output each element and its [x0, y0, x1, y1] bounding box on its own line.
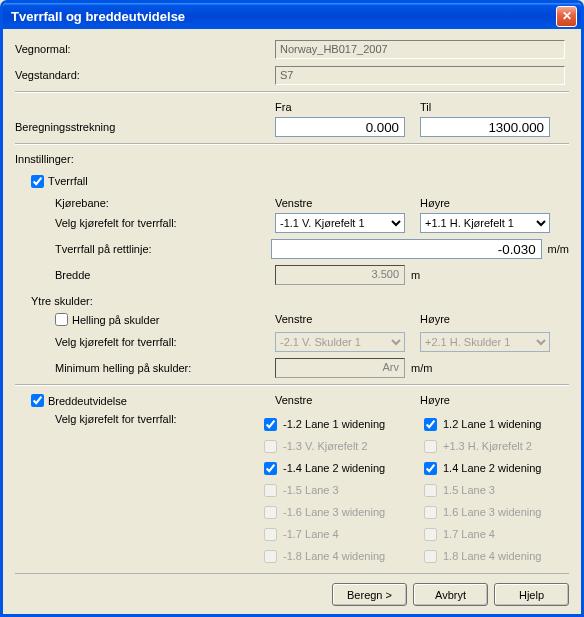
vegstandard-label: Vegstandard:	[15, 69, 275, 81]
window-title: Tverrfall og breddeutvidelse	[11, 9, 185, 24]
unit-m: m	[411, 269, 420, 281]
widening-left-checkbox-6	[264, 550, 277, 563]
widening-right-label-5: 1.7 Lane 4	[443, 528, 495, 540]
beregn-button[interactable]: Beregn >	[332, 583, 407, 606]
widening-right-label-0: 1.2 Lane 1 widening	[443, 418, 541, 430]
til-input[interactable]	[420, 117, 550, 137]
venstre-header-3: Venstre	[275, 394, 420, 409]
widening-left-label-3: -1.5 Lane 3	[283, 484, 339, 496]
innstillinger-label: Innstillinger:	[15, 153, 569, 165]
widening-left-label-1: -1.3 V. Kjørefelt 2	[283, 440, 368, 452]
widening-left-checkbox-0[interactable]	[264, 418, 277, 431]
bredde-label: Bredde	[15, 269, 275, 281]
widening-left-checkbox-1	[264, 440, 277, 453]
widening-right-label-1: +1.3 H. Kjørefelt 2	[443, 440, 532, 452]
fra-input[interactable]	[275, 117, 405, 137]
vegnormal-value: Norway_HB017_2007	[275, 40, 565, 59]
hoyre-header-2: Høyre	[420, 313, 565, 328]
tverrfall-rettlinje-label: Tverrfall på rettlinje:	[15, 243, 271, 255]
ytre-skulder-label: Ytre skulder:	[15, 295, 569, 307]
content-area: Vegnormal: Norway_HB017_2007 Vegstandard…	[3, 29, 581, 575]
bredde-value: 3.500	[275, 265, 405, 285]
vegstandard-value: S7	[275, 66, 565, 85]
widening-left-checkbox-2[interactable]	[264, 462, 277, 475]
velg-kjorefelt-label-1: Velg kjørefelt for tverrfall:	[15, 217, 275, 229]
vegnormal-label: Vegnormal:	[15, 43, 275, 55]
widening-right-checkbox-0[interactable]	[424, 418, 437, 431]
widening-right-checkbox-5	[424, 528, 437, 541]
titlebar: Tverrfall og breddeutvidelse ✕	[3, 3, 581, 29]
widening-right-checkbox-4	[424, 506, 437, 519]
divider	[15, 143, 569, 145]
widening-right-column: 1.2 Lane 1 widening+1.3 H. Kjørefelt 21.…	[424, 413, 569, 567]
dialog-window: Tverrfall og breddeutvidelse ✕ Vegnormal…	[0, 0, 584, 617]
helling-skulder-label: Helling på skulder	[72, 314, 159, 326]
venstre-header-2: Venstre	[275, 313, 420, 328]
widening-left-label-0: -1.2 Lane 1 widening	[283, 418, 385, 430]
hoyre-header-1: Høyre	[420, 197, 565, 209]
min-helling-value: Arv	[275, 358, 405, 378]
beregning-label: Beregningsstrekning	[15, 121, 275, 133]
widening-left-checkbox-5	[264, 528, 277, 541]
widening-right-label-3: 1.5 Lane 3	[443, 484, 495, 496]
lane-left-select[interactable]: -1.1 V. Kjørefelt 1	[275, 213, 405, 233]
widening-right-checkbox-1	[424, 440, 437, 453]
helling-skulder-checkbox[interactable]	[55, 313, 68, 326]
close-button[interactable]: ✕	[556, 6, 577, 27]
avbryt-button[interactable]: Avbryt	[413, 583, 488, 606]
skulder-left-select: -2.1 V. Skulder 1	[275, 332, 405, 352]
unit-mm-2: m/m	[411, 362, 432, 374]
breddeutvidelse-checkbox[interactable]	[31, 394, 44, 407]
hjelp-button[interactable]: Hjelp	[494, 583, 569, 606]
divider	[15, 384, 569, 386]
widening-right-checkbox-3	[424, 484, 437, 497]
widening-right-label-2: 1.4 Lane 2 widening	[443, 462, 541, 474]
breddeutvidelse-label: Breddeutvidelse	[48, 395, 127, 407]
tverrfall-checkbox[interactable]	[31, 175, 44, 188]
til-header: Til	[420, 101, 565, 113]
lane-right-select[interactable]: +1.1 H. Kjørefelt 1	[420, 213, 550, 233]
kjorebane-label: Kjørebane:	[15, 197, 275, 209]
button-bar: Beregn > Avbryt Hjelp	[15, 573, 569, 606]
fra-header: Fra	[275, 101, 420, 113]
widening-left-label-4: -1.6 Lane 3 widening	[283, 506, 385, 518]
widening-left-column: -1.2 Lane 1 widening-1.3 V. Kjørefelt 2-…	[264, 413, 409, 567]
tverrfall-rettlinje-input[interactable]	[271, 239, 541, 259]
widening-left-checkbox-3	[264, 484, 277, 497]
divider	[15, 91, 569, 93]
venstre-header-1: Venstre	[275, 197, 420, 209]
widening-left-checkbox-4	[264, 506, 277, 519]
widening-left-label-6: -1.8 Lane 4 widening	[283, 550, 385, 562]
widening-left-label-2: -1.4 Lane 2 widening	[283, 462, 385, 474]
widening-right-label-4: 1.6 Lane 3 widening	[443, 506, 541, 518]
tverrfall-label: Tverrfall	[48, 175, 88, 187]
widening-right-checkbox-2[interactable]	[424, 462, 437, 475]
skulder-right-select: +2.1 H. Skulder 1	[420, 332, 550, 352]
velg-kjorefelt-label-2: Velg kjørefelt for tverrfall:	[15, 336, 275, 348]
velg-kjorefelt-label-3: Velg kjørefelt for tverrfall:	[15, 413, 264, 425]
unit-mm-1: m/m	[548, 243, 569, 255]
widening-right-label-6: 1.8 Lane 4 widening	[443, 550, 541, 562]
hoyre-header-3: Høyre	[420, 394, 565, 409]
widening-right-checkbox-6	[424, 550, 437, 563]
widening-left-label-5: -1.7 Lane 4	[283, 528, 339, 540]
min-helling-label: Minimum helling på skulder:	[15, 362, 275, 374]
